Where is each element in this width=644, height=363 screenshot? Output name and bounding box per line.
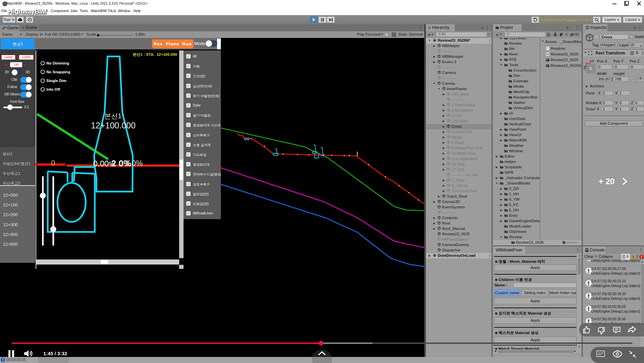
- svg-text:No Snapping: No Snapping: [46, 70, 70, 74]
- svg-text:본선1: 본선1: [104, 112, 121, 120]
- svg-text:12+100.000: 12+100.000: [91, 121, 136, 130]
- svg-text:Single Dim: Single Dim: [46, 79, 66, 83]
- svg-text:0: 0: [51, 159, 55, 167]
- svg-text:1 0%: 1 0%: [125, 159, 143, 168]
- svg-text:No Dimming: No Dimming: [46, 61, 69, 65]
- svg-text:본선1 : STA. 12+100.000: 본선1 : STA. 12+100.000: [133, 52, 177, 56]
- svg-text:Info Off: Info Off: [46, 87, 60, 91]
